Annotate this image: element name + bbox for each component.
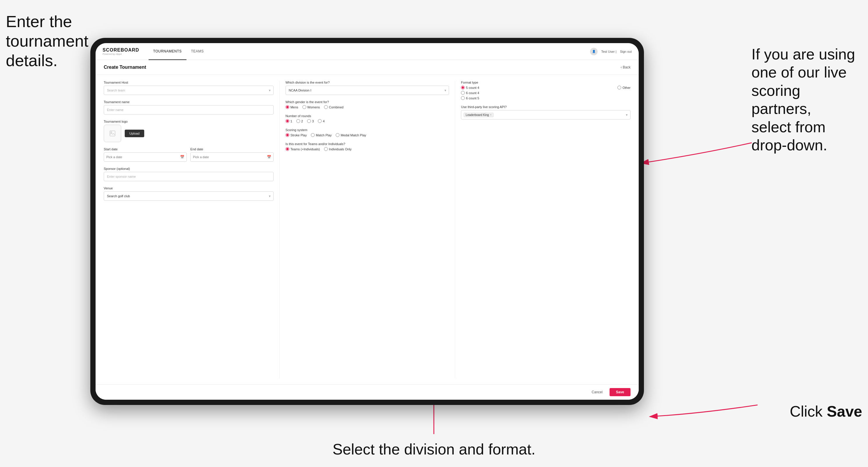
api-group: Use third-party live scoring API? Leader… — [461, 105, 630, 119]
rounds-3-option[interactable]: 3 — [307, 119, 314, 123]
form-page-header: Create Tournament ‹ Back — [96, 60, 639, 75]
api-tag-close-icon[interactable]: × — [490, 113, 492, 116]
teams-plus-individuals-option[interactable]: Teams (+Individuals) — [285, 147, 320, 151]
rounds-2-radio[interactable] — [296, 119, 300, 123]
individuals-only-option[interactable]: Individuals Only — [324, 147, 352, 151]
cancel-button[interactable]: Cancel — [588, 388, 607, 396]
tournament-host-input-wrap: ▼ — [104, 86, 274, 95]
sponsor-input[interactable] — [104, 172, 274, 181]
division-select[interactable]: NCAA Division I — [285, 86, 449, 95]
annotation-bottom-right: Click Save — [789, 402, 862, 421]
format-other-radio[interactable] — [617, 86, 621, 89]
form-col-2: Which division is the event for? NCAA Di… — [279, 81, 455, 378]
rounds-4-radio[interactable] — [318, 119, 322, 123]
venue-select[interactable]: Search golf club — [104, 191, 274, 201]
venue-label: Venue — [104, 186, 274, 190]
tablet-screen: SCOREBOARD Powered by clippd TOURNAMENTS… — [96, 43, 639, 400]
tournament-host-input[interactable] — [104, 86, 274, 95]
format-type-group: Format type 5 count 4 Other — [461, 81, 630, 100]
svg-point-5 — [111, 132, 112, 133]
division-group: Which division is the event for? NCAA Di… — [285, 81, 449, 95]
api-dropdown-icon: ▼ — [625, 113, 628, 117]
gender-combined-radio[interactable] — [324, 105, 328, 109]
format-6count5-radio[interactable] — [461, 96, 465, 100]
api-label: Use third-party live scoring API? — [461, 105, 630, 109]
scoring-medal-match-play-radio[interactable] — [336, 133, 339, 137]
scoring-medal-match-play-option[interactable]: Medal Match Play — [336, 133, 366, 137]
rounds-1-radio[interactable] — [285, 119, 289, 123]
upload-button[interactable]: Upload — [125, 130, 144, 137]
end-date-wrap: 📅 — [190, 152, 273, 162]
rounds-2-option[interactable]: 2 — [296, 119, 303, 123]
api-tag-value: Leaderboard King × — [464, 113, 494, 117]
logo-upload-area: Upload — [104, 125, 274, 142]
logo-placeholder-icon — [104, 125, 121, 142]
tournament-logo-group: Tournament logo Upload — [104, 120, 274, 142]
format-row-1: 5 count 4 Other — [461, 86, 630, 89]
gender-combined-option[interactable]: Combined — [324, 105, 344, 109]
header-right: 👤 Test User | Sign out — [590, 48, 632, 55]
format-other-option[interactable]: Other — [617, 86, 630, 89]
gender-mens-radio[interactable] — [285, 105, 289, 109]
scoring-radio-group: Stroke Play Match Play Medal Match Play — [285, 133, 449, 137]
scoring-group: Scoring system Stroke Play Match Play — [285, 128, 449, 137]
gender-radio-group: Mens Womens Combined — [285, 105, 449, 109]
main-nav: TOURNAMENTS TEAMS — [149, 43, 209, 60]
gender-womens-radio[interactable] — [303, 105, 306, 109]
rounds-3-radio[interactable] — [307, 119, 311, 123]
nav-tab-teams[interactable]: TEAMS — [186, 43, 209, 60]
tournament-host-group: Tournament Host ▼ — [104, 81, 274, 95]
scoring-stroke-play-option[interactable]: Stroke Play — [285, 133, 307, 137]
format-type-label: Format type — [461, 81, 630, 84]
format-6count4-option[interactable]: 6 count 4 — [461, 91, 479, 95]
teams-radio-group: Teams (+Individuals) Individuals Only — [285, 147, 449, 151]
tournament-logo-label: Tournament logo — [104, 120, 274, 123]
gender-mens-option[interactable]: Mens — [285, 105, 298, 109]
start-date-input[interactable] — [104, 152, 187, 162]
date-row: Start date 📅 End date 📅 — [104, 148, 274, 162]
format-6count4-radio[interactable] — [461, 91, 465, 95]
format-6count5-option[interactable]: 6 count 5 — [461, 96, 479, 100]
end-date-input[interactable] — [190, 152, 273, 162]
user-label: Test User | — [601, 50, 616, 53]
scoring-match-play-option[interactable]: Match Play — [311, 133, 332, 137]
header-left: SCOREBOARD Powered by clippd TOURNAMENTS… — [102, 43, 208, 60]
app-header: SCOREBOARD Powered by clippd TOURNAMENTS… — [96, 43, 639, 60]
sign-out-link[interactable]: Sign out — [620, 50, 632, 53]
form-page-title: Create Tournament — [104, 65, 146, 70]
api-tag-container[interactable]: Leaderboard King × — [461, 110, 630, 119]
rounds-1-option[interactable]: 1 — [285, 119, 292, 123]
dates-group: Start date 📅 End date 📅 — [104, 148, 274, 162]
format-5count4-option[interactable]: 5 count 4 — [461, 86, 479, 89]
tournament-name-input[interactable] — [104, 105, 274, 115]
calendar-icon-start: 📅 — [180, 155, 184, 159]
logo-sub-text: Powered by clippd — [102, 53, 139, 55]
division-select-wrap: NCAA Division I ▼ — [285, 86, 449, 95]
format-5count4-radio[interactable] — [461, 86, 465, 89]
rounds-group: Number of rounds 1 2 — [285, 114, 449, 123]
end-date-label: End date — [190, 148, 273, 151]
form-col-3: Format type 5 count 4 Other — [455, 81, 630, 378]
scoring-match-play-radio[interactable] — [311, 133, 315, 137]
back-link[interactable]: ‹ Back — [621, 65, 630, 69]
rounds-4-option[interactable]: 4 — [318, 119, 324, 123]
rounds-radio-group: 1 2 3 4 — [285, 119, 449, 123]
tournament-host-label: Tournament Host — [104, 81, 274, 84]
user-avatar: 👤 — [590, 48, 598, 55]
gender-womens-option[interactable]: Womens — [303, 105, 320, 109]
division-label: Which division is the event for? — [285, 81, 449, 84]
nav-tab-tournaments[interactable]: TOURNAMENTS — [149, 43, 186, 60]
api-select-wrap: Leaderboard King × ▼ — [461, 110, 630, 119]
form-body: Tournament Host ▼ Tournament name Tourna — [96, 75, 639, 384]
scoring-stroke-play-radio[interactable] — [285, 133, 289, 137]
save-button[interactable]: Save — [610, 388, 630, 396]
form-col-1: Tournament Host ▼ Tournament name Tourna — [104, 81, 279, 378]
gender-group: Which gender is the event for? Mens Wome… — [285, 100, 449, 109]
annotation-bottom-center: Select the division and format. — [333, 440, 535, 458]
individuals-only-radio[interactable] — [324, 147, 328, 151]
format-type-grid: 5 count 4 Other — [461, 86, 630, 100]
teams-plus-radio[interactable] — [285, 147, 289, 151]
start-date-label: Start date — [104, 148, 187, 151]
gender-label: Which gender is the event for? — [285, 100, 449, 104]
svg-rect-4 — [110, 131, 115, 136]
